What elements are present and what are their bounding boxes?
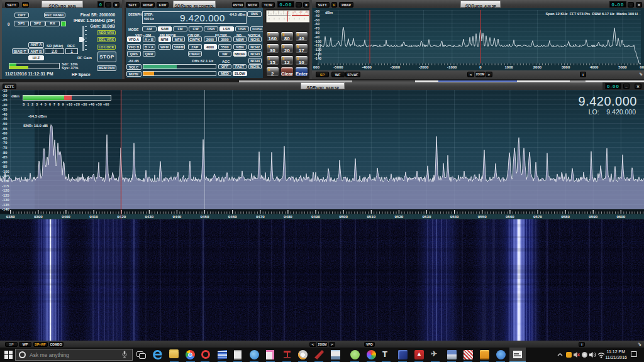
- svg-text:9440: 9440: [173, 214, 182, 219]
- svg-text:+60: +60: [305, 10, 309, 13]
- svg-text:9590: 9590: [589, 214, 597, 219]
- svg-text:9520: 9520: [395, 214, 404, 219]
- svg-text:000: 000: [313, 65, 320, 69]
- svg-text:9430: 9430: [145, 214, 153, 219]
- svg-text:+20: +20: [292, 10, 296, 13]
- svg-text:9500: 9500: [339, 214, 348, 219]
- svg-text:4000: 4000: [590, 65, 599, 69]
- svg-text:5: 5: [278, 10, 279, 13]
- svg-text:3000: 3000: [562, 65, 570, 69]
- svg-text:+40: +40: [299, 10, 303, 13]
- svg-text:9510: 9510: [367, 214, 375, 219]
- svg-text:9470: 9470: [256, 214, 265, 219]
- svg-text:3: 3: [273, 10, 274, 13]
- svg-text:2000: 2000: [533, 65, 542, 69]
- svg-text:9480: 9480: [284, 214, 292, 219]
- svg-text:-2000: -2000: [419, 65, 429, 69]
- svg-text:9560: 9560: [506, 214, 514, 219]
- svg-text:-5000: -5000: [333, 65, 343, 69]
- svg-text:9390: 9390: [34, 214, 43, 219]
- svg-text:9490: 9490: [311, 214, 320, 219]
- svg-text:-3000: -3000: [391, 65, 401, 69]
- svg-text:9530: 9530: [423, 214, 431, 219]
- svg-text:9420: 9420: [117, 214, 126, 219]
- svg-text:9570: 9570: [533, 214, 542, 219]
- svg-text:9400: 9400: [62, 214, 70, 219]
- svg-text:-4000: -4000: [362, 65, 372, 69]
- svg-text:9: 9: [288, 10, 289, 13]
- svg-text:9550: 9550: [478, 214, 487, 219]
- svg-text:9580: 9580: [561, 214, 570, 219]
- svg-text:1: 1: [268, 10, 269, 13]
- svg-text:9380: 9380: [6, 214, 15, 219]
- svg-text:1000: 1000: [505, 65, 514, 69]
- svg-text:7: 7: [283, 10, 284, 13]
- svg-text:9600: 9600: [616, 214, 625, 219]
- svg-text:5000: 5000: [618, 65, 627, 69]
- svg-text:9540: 9540: [450, 214, 459, 219]
- svg-text:9450: 9450: [201, 214, 209, 219]
- svg-text:-1000: -1000: [447, 65, 457, 69]
- svg-text:9410: 9410: [89, 214, 98, 219]
- svg-text:9460: 9460: [228, 214, 237, 219]
- svg-text:60: 60: [640, 65, 644, 69]
